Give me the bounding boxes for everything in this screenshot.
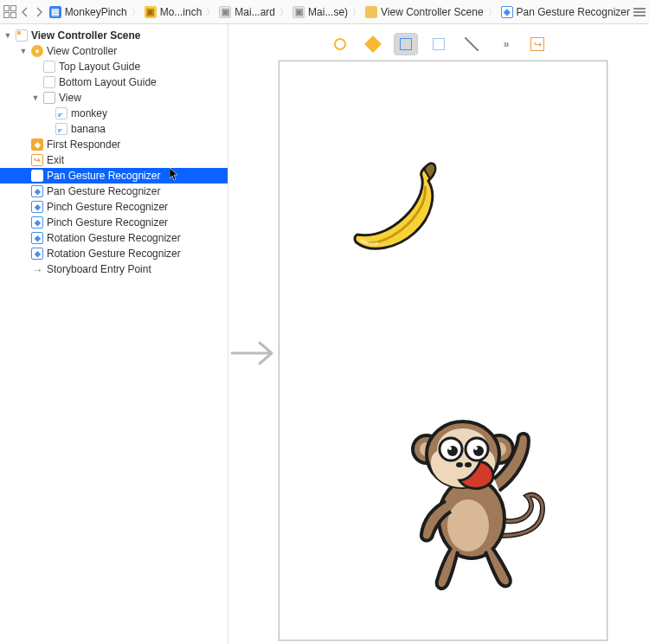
gesture-button[interactable]	[394, 33, 418, 55]
nav-back-icon[interactable]	[19, 5, 31, 19]
outline-gesture-row[interactable]: ◆ Pan Gesture Recognizer	[0, 184, 228, 199]
chevron-right-icon: 〉	[205, 6, 215, 18]
storyboard-icon: ▣	[292, 6, 305, 18]
scene-icon	[365, 6, 377, 18]
svg-point-12	[474, 447, 478, 450]
outline-imageview-row[interactable]: monkey	[0, 106, 228, 121]
svg-point-13	[456, 462, 463, 467]
svg-point-11	[448, 447, 452, 450]
breadcrumb-item[interactable]: ◆ Pan Gesture Recognizer	[499, 6, 632, 18]
breadcrumb-item[interactable]: ▣ Mai...ard	[217, 6, 277, 18]
outline-gesture-row[interactable]: ◆ Pan Gesture Recognizer	[0, 168, 228, 184]
breadcrumb-item[interactable]: ▣ Mai...se)	[291, 6, 350, 18]
gesture-icon: ◆	[501, 6, 513, 18]
outline-layoutguide-row[interactable]: Bottom Layout Guide	[0, 74, 228, 90]
breadcrumb-item[interactable]: ▣ Mo...inch	[143, 6, 204, 18]
disclosure-triangle-icon[interactable]: ▼	[3, 31, 12, 40]
gesture-button[interactable]	[427, 33, 451, 55]
disclosure-triangle-icon[interactable]: ▼	[19, 47, 28, 55]
svg-point-1	[447, 499, 489, 551]
scene-icon	[16, 29, 28, 42]
outline-viewcontroller-row[interactable]: ▼ ● View Controller	[0, 43, 228, 59]
imageview-icon	[55, 123, 67, 135]
scene-toolbar: » ↪	[228, 24, 649, 59]
scene-view[interactable]	[279, 61, 607, 641]
pan-gesture-icon: ◆	[31, 170, 43, 182]
layout-guide-icon	[43, 76, 55, 88]
menu-icon[interactable]	[633, 6, 646, 18]
gesture-icon	[433, 38, 445, 50]
canvas[interactable]: » ↪	[228, 24, 649, 644]
viewcontroller-icon	[334, 38, 346, 50]
chevron-right-icon: 〉	[487, 6, 498, 18]
rotation-gesture-icon: ◆	[31, 232, 43, 244]
entry-point-arrow-icon[interactable]	[228, 336, 280, 370]
svg-point-14	[465, 462, 472, 467]
outline-firstresponder-row[interactable]: ◆ First Responder	[0, 137, 228, 152]
pan-gesture-icon: ◆	[31, 185, 43, 197]
viewcontroller-button[interactable]	[328, 33, 352, 55]
pinch-gesture-icon: ◆	[31, 201, 43, 213]
monkey-image[interactable]	[397, 406, 553, 596]
rotation-gesture-icon: ◆	[31, 248, 43, 260]
exit-icon: ↪	[530, 37, 544, 51]
outline-entrypoint-row[interactable]: → Storyboard Entry Point	[0, 261, 228, 277]
constraint-button[interactable]	[459, 33, 484, 55]
outline-layoutguide-row[interactable]: Top Layout Guide	[0, 59, 228, 74]
more-button[interactable]: »	[492, 33, 517, 55]
document-outline: ▼ View Controller Scene ▼ ● View Control…	[0, 24, 228, 644]
banana-image[interactable]	[345, 160, 449, 255]
chevron-right-icon: 〉	[351, 6, 362, 18]
breadcrumb-bar: ▤ MonkeyPinch 〉 ▣ Mo...inch 〉 ▣ Mai...ar…	[0, 0, 649, 24]
chevron-right-icon: 〉	[131, 6, 141, 18]
entry-arrow-icon: →	[31, 263, 43, 275]
layout-guide-icon	[43, 61, 55, 73]
outline-gesture-row[interactable]: ◆ Pinch Gesture Recognizer	[0, 199, 228, 215]
chevron-right-icon: 〉	[279, 6, 289, 18]
breadcrumb-item[interactable]: View Controller Scene	[363, 6, 485, 18]
constraint-icon	[465, 37, 479, 51]
nav-forward-icon[interactable]	[33, 5, 45, 19]
storyboard-icon: ▣	[219, 6, 231, 18]
outline-gesture-row[interactable]: ◆ Pinch Gesture Recognizer	[0, 215, 228, 230]
chevrons-right-icon: »	[504, 38, 506, 50]
outline-imageview-row[interactable]: banana	[0, 121, 228, 137]
mouse-cursor-icon	[170, 168, 180, 182]
grid-icon[interactable]	[3, 5, 17, 19]
outline-view-row[interactable]: ▼ View	[0, 90, 228, 106]
project-icon: ▤	[49, 6, 61, 18]
folder-icon: ▣	[145, 6, 157, 18]
outline-gesture-row[interactable]: ◆ Rotation Gesture Recognizer	[0, 230, 228, 246]
disclosure-triangle-icon[interactable]: ▼	[31, 93, 40, 102]
outline-exit-row[interactable]: ↪ Exit	[0, 152, 228, 168]
imageview-icon	[55, 107, 67, 119]
pinch-gesture-icon: ◆	[31, 216, 43, 229]
first-responder-icon: ◆	[31, 138, 43, 151]
gesture-icon	[400, 38, 412, 50]
first-responder-icon	[364, 35, 382, 53]
view-icon	[43, 92, 55, 104]
firstresponder-button[interactable]	[361, 33, 385, 55]
exit-button[interactable]: ↪	[525, 33, 549, 55]
breadcrumb-item[interactable]: ▤ MonkeyPinch	[48, 6, 129, 18]
outline-gesture-row[interactable]: ◆ Rotation Gesture Recognizer	[0, 246, 228, 261]
exit-icon: ↪	[31, 154, 43, 166]
outline-scene-row[interactable]: ▼ View Controller Scene	[0, 28, 228, 43]
viewcontroller-icon: ●	[31, 45, 43, 57]
